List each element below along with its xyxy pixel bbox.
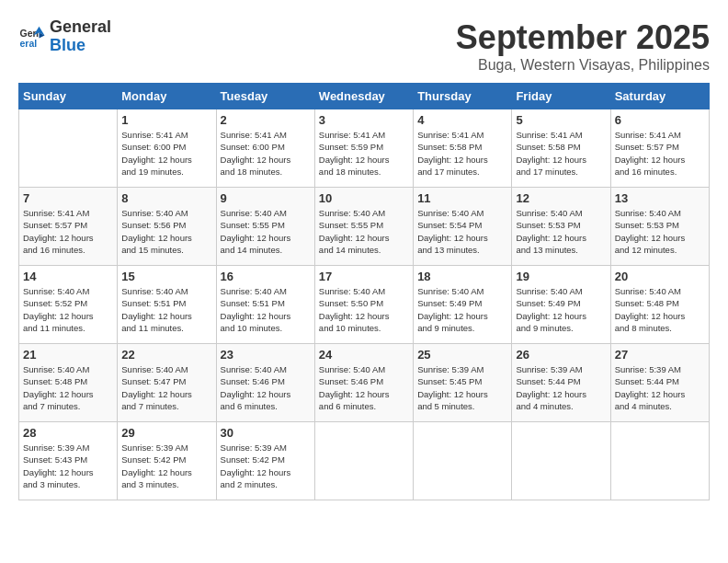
calendar-cell: 1Sunrise: 5:41 AM Sunset: 6:00 PM Daylig… [118,109,216,188]
day-info: Sunrise: 5:39 AM Sunset: 5:43 PM Dayligh… [23,442,113,490]
day-number: 20 [615,270,705,283]
day-number: 27 [615,348,705,362]
day-number: 18 [417,270,507,283]
day-number: 23 [221,348,311,362]
calendar-cell: 22Sunrise: 5:40 AM Sunset: 5:47 PM Dayli… [118,344,216,422]
day-info: Sunrise: 5:39 AM Sunset: 5:44 PM Dayligh… [516,363,606,412]
calendar-table: SundayMondayTuesdayWednesdayThursdayFrid… [18,83,710,500]
day-info: Sunrise: 5:40 AM Sunset: 5:46 PM Dayligh… [221,363,311,412]
calendar-cell: 7Sunrise: 5:41 AM Sunset: 5:57 PM Daylig… [19,188,118,266]
day-info: Sunrise: 5:39 AM Sunset: 5:44 PM Dayligh… [615,363,705,412]
calendar-week-5: 28Sunrise: 5:39 AM Sunset: 5:43 PM Dayli… [19,422,710,500]
weekday-header-tuesday: Tuesday [216,84,314,109]
calendar-cell: 14Sunrise: 5:40 AM Sunset: 5:52 PM Dayli… [19,266,118,344]
day-info: Sunrise: 5:40 AM Sunset: 5:49 PM Dayligh… [417,285,507,334]
day-number: 1 [121,113,211,127]
day-number: 15 [121,270,211,283]
day-number: 26 [516,348,606,362]
logo-general: General [50,18,111,37]
calendar-cell: 6Sunrise: 5:41 AM Sunset: 5:57 PM Daylig… [610,109,709,188]
day-info: Sunrise: 5:41 AM Sunset: 5:57 PM Dayligh… [23,207,113,256]
calendar-cell: 24Sunrise: 5:40 AM Sunset: 5:46 PM Dayli… [314,344,413,422]
calendar-cell: 4Sunrise: 5:41 AM Sunset: 5:58 PM Daylig… [414,109,512,188]
day-info: Sunrise: 5:40 AM Sunset: 5:49 PM Dayligh… [516,285,606,334]
day-info: Sunrise: 5:39 AM Sunset: 5:45 PM Dayligh… [417,363,507,412]
location-title: Buga, Western Visayas, Philippines [456,57,710,74]
day-info: Sunrise: 5:40 AM Sunset: 5:54 PM Dayligh… [417,207,507,256]
day-number: 12 [516,191,606,205]
day-info: Sunrise: 5:39 AM Sunset: 5:42 PM Dayligh… [121,442,211,490]
calendar-cell [414,422,512,500]
day-number: 4 [417,113,507,127]
calendar-week-4: 21Sunrise: 5:40 AM Sunset: 5:48 PM Dayli… [19,344,710,422]
day-info: Sunrise: 5:40 AM Sunset: 5:53 PM Dayligh… [516,207,606,256]
calendar-cell: 19Sunrise: 5:40 AM Sunset: 5:49 PM Dayli… [512,266,610,344]
weekday-header-thursday: Thursday [414,84,512,109]
day-number: 30 [221,426,311,440]
day-info: Sunrise: 5:40 AM Sunset: 5:51 PM Dayligh… [221,285,311,334]
day-info: Sunrise: 5:40 AM Sunset: 5:48 PM Dayligh… [615,285,705,334]
day-info: Sunrise: 5:41 AM Sunset: 5:59 PM Dayligh… [319,129,409,178]
day-number: 24 [319,348,409,362]
calendar-cell: 2Sunrise: 5:41 AM Sunset: 6:00 PM Daylig… [216,109,314,188]
month-title: September 2025 [456,18,710,57]
calendar-cell: 3Sunrise: 5:41 AM Sunset: 5:59 PM Daylig… [314,109,413,188]
calendar-cell: 25Sunrise: 5:39 AM Sunset: 5:45 PM Dayli… [414,344,512,422]
calendar-cell: 8Sunrise: 5:40 AM Sunset: 5:56 PM Daylig… [118,188,216,266]
logo: Gen eral General Blue [18,18,111,55]
page-header: Gen eral General Blue September 2025 Bug… [18,18,710,74]
day-info: Sunrise: 5:40 AM Sunset: 5:48 PM Dayligh… [23,363,113,412]
day-info: Sunrise: 5:40 AM Sunset: 5:56 PM Dayligh… [121,207,211,256]
day-number: 7 [23,191,113,205]
day-info: Sunrise: 5:40 AM Sunset: 5:46 PM Dayligh… [319,363,409,412]
day-info: Sunrise: 5:40 AM Sunset: 5:50 PM Dayligh… [319,285,409,334]
day-number: 6 [615,113,705,127]
calendar-cell: 21Sunrise: 5:40 AM Sunset: 5:48 PM Dayli… [19,344,118,422]
calendar-cell: 5Sunrise: 5:41 AM Sunset: 5:58 PM Daylig… [512,109,610,188]
calendar-cell: 29Sunrise: 5:39 AM Sunset: 5:42 PM Dayli… [118,422,216,500]
day-number: 5 [516,113,606,127]
day-info: Sunrise: 5:40 AM Sunset: 5:51 PM Dayligh… [121,285,211,334]
calendar-cell [512,422,610,500]
day-info: Sunrise: 5:40 AM Sunset: 5:47 PM Dayligh… [121,363,211,412]
day-info: Sunrise: 5:39 AM Sunset: 5:42 PM Dayligh… [221,442,311,490]
calendar-cell: 23Sunrise: 5:40 AM Sunset: 5:46 PM Dayli… [216,344,314,422]
calendar-cell: 17Sunrise: 5:40 AM Sunset: 5:50 PM Dayli… [314,266,413,344]
day-number: 3 [319,113,409,127]
svg-text:eral: eral [20,37,38,48]
calendar-cell: 26Sunrise: 5:39 AM Sunset: 5:44 PM Dayli… [512,344,610,422]
day-info: Sunrise: 5:40 AM Sunset: 5:53 PM Dayligh… [615,207,705,256]
day-number: 21 [23,348,113,362]
weekday-header-wednesday: Wednesday [314,84,413,109]
day-number: 10 [319,191,409,205]
weekday-header-saturday: Saturday [610,84,709,109]
weekday-header-monday: Monday [118,84,216,109]
calendar-cell [314,422,413,500]
calendar-cell: 18Sunrise: 5:40 AM Sunset: 5:49 PM Dayli… [414,266,512,344]
day-number: 2 [221,113,311,127]
day-number: 28 [23,426,113,440]
day-number: 19 [516,270,606,283]
day-number: 16 [221,270,311,283]
calendar-cell: 30Sunrise: 5:39 AM Sunset: 5:42 PM Dayli… [216,422,314,500]
day-number: 22 [121,348,211,362]
weekday-header-friday: Friday [512,84,610,109]
weekday-header-sunday: Sunday [19,84,118,109]
calendar-cell: 16Sunrise: 5:40 AM Sunset: 5:51 PM Dayli… [216,266,314,344]
day-info: Sunrise: 5:41 AM Sunset: 5:58 PM Dayligh… [417,129,507,178]
day-info: Sunrise: 5:41 AM Sunset: 5:58 PM Dayligh… [516,129,606,178]
day-number: 25 [417,348,507,362]
weekday-header-row: SundayMondayTuesdayWednesdayThursdayFrid… [19,84,710,109]
day-info: Sunrise: 5:41 AM Sunset: 6:00 PM Dayligh… [121,129,211,178]
calendar-cell: 9Sunrise: 5:40 AM Sunset: 5:55 PM Daylig… [216,188,314,266]
day-number: 11 [417,191,507,205]
calendar-week-1: 1Sunrise: 5:41 AM Sunset: 6:00 PM Daylig… [19,109,710,188]
calendar-cell: 15Sunrise: 5:40 AM Sunset: 5:51 PM Dayli… [118,266,216,344]
calendar-cell: 20Sunrise: 5:40 AM Sunset: 5:48 PM Dayli… [610,266,709,344]
day-number: 13 [615,191,705,205]
calendar-cell: 27Sunrise: 5:39 AM Sunset: 5:44 PM Dayli… [610,344,709,422]
day-info: Sunrise: 5:41 AM Sunset: 5:57 PM Dayligh… [615,129,705,178]
title-block: September 2025 Buga, Western Visayas, Ph… [456,18,710,74]
calendar-cell: 10Sunrise: 5:40 AM Sunset: 5:55 PM Dayli… [314,188,413,266]
calendar-cell: 13Sunrise: 5:40 AM Sunset: 5:53 PM Dayli… [610,188,709,266]
